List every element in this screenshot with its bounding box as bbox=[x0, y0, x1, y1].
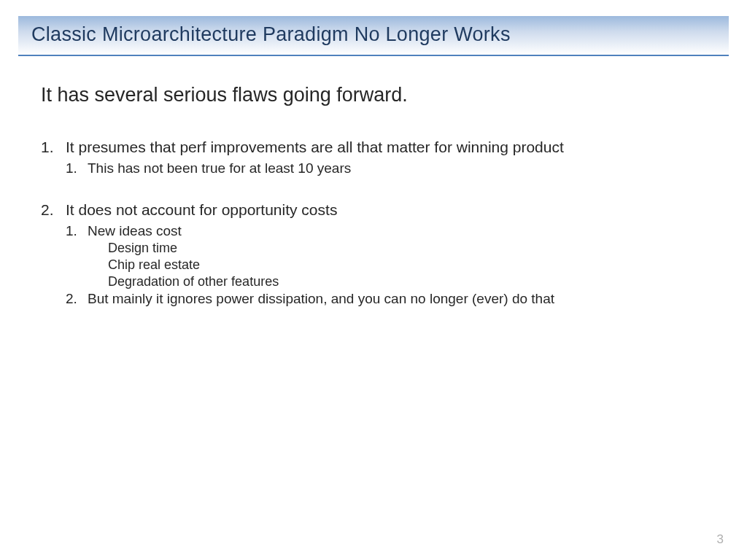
slide-title-bar: Classic Microarchitecture Paradigm No Lo… bbox=[18, 16, 729, 56]
list-item: It does not account for opportunity cost… bbox=[41, 201, 712, 307]
main-list: It presumes that perf improvements are a… bbox=[41, 139, 712, 307]
list-item: Design time bbox=[108, 241, 712, 256]
list-item: It presumes that perf improvements are a… bbox=[41, 139, 712, 176]
page-number: 3 bbox=[717, 532, 724, 547]
list-item-text: It presumes that perf improvements are a… bbox=[66, 139, 564, 155]
list-item: Degradation of other features bbox=[108, 274, 712, 289]
list-item: New ideas cost Design time Chip real est… bbox=[66, 223, 712, 289]
list-item-text: It does not account for opportunity cost… bbox=[66, 201, 337, 218]
list-item-text: New ideas cost bbox=[88, 223, 182, 238]
lead-paragraph: It has several serious flaws going forwa… bbox=[41, 84, 712, 106]
slide-content: It has several serious flaws going forwa… bbox=[0, 56, 747, 307]
slide-title: Classic Microarchitecture Paradigm No Lo… bbox=[31, 23, 716, 46]
list-item-text: This has not been true for at least 10 y… bbox=[88, 160, 351, 176]
plain-list: Design time Chip real estate Degradation… bbox=[88, 241, 712, 289]
list-item-text: But mainly it ignores power dissipation,… bbox=[88, 291, 554, 306]
sub-list: New ideas cost Design time Chip real est… bbox=[66, 223, 712, 307]
list-item: This has not been true for at least 10 y… bbox=[66, 160, 712, 176]
list-item: Chip real estate bbox=[108, 257, 712, 273]
list-item: But mainly it ignores power dissipation,… bbox=[66, 291, 712, 307]
sub-list: This has not been true for at least 10 y… bbox=[66, 160, 712, 176]
